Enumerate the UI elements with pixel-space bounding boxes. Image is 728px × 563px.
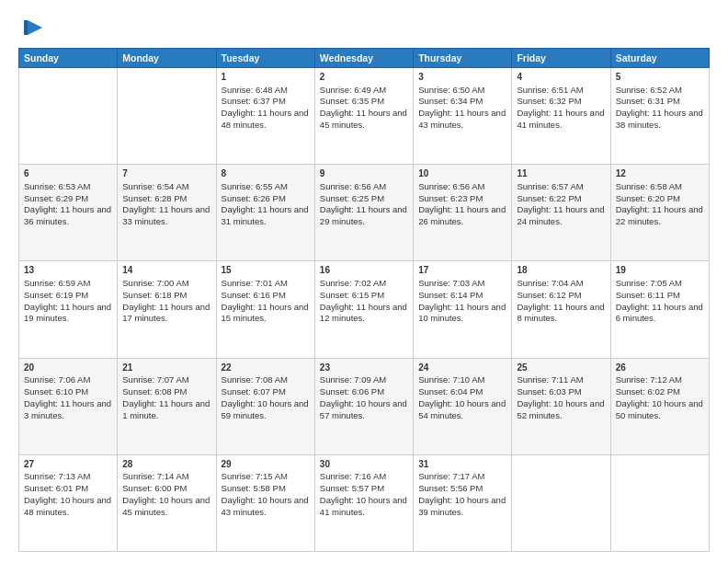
svg-marker-0 <box>28 20 42 35</box>
sunset-text: Sunset: 6:37 PM <box>222 96 286 106</box>
day-number: 1 <box>222 71 310 84</box>
logo <box>18 15 46 40</box>
day-number: 18 <box>517 264 605 277</box>
day-number: 7 <box>122 167 210 180</box>
day-number: 11 <box>517 167 605 180</box>
sunrise-text: Sunrise: 6:56 AM <box>418 181 484 191</box>
day-number: 3 <box>418 71 506 84</box>
sunrise-text: Sunrise: 6:56 AM <box>320 181 386 191</box>
calendar-week-row: 20Sunrise: 7:06 AMSunset: 6:10 PMDayligh… <box>19 358 710 454</box>
sunset-text: Sunset: 6:12 PM <box>517 290 581 300</box>
day-number: 21 <box>122 362 210 374</box>
sunrise-text: Sunrise: 6:50 AM <box>418 85 484 95</box>
table-row: 6Sunrise: 6:53 AMSunset: 6:29 PMDaylight… <box>19 165 118 261</box>
day-number: 27 <box>24 458 112 471</box>
sunrise-text: Sunrise: 7:03 AM <box>418 278 484 288</box>
table-row: 8Sunrise: 6:55 AMSunset: 6:26 PMDaylight… <box>216 165 314 261</box>
table-row: 7Sunrise: 6:54 AMSunset: 6:28 PMDaylight… <box>118 165 216 261</box>
table-row: 21Sunrise: 7:07 AMSunset: 6:08 PMDayligh… <box>118 358 216 454</box>
sunset-text: Sunset: 6:34 PM <box>418 96 483 106</box>
sunset-text: Sunset: 6:00 PM <box>122 483 187 493</box>
day-number: 19 <box>616 264 704 277</box>
sunset-text: Sunset: 6:15 PM <box>320 290 384 300</box>
daylight-text: Daylight: 11 hours and 3 minutes. <box>24 398 111 420</box>
sunrise-text: Sunrise: 7:02 AM <box>320 278 386 288</box>
sunrise-text: Sunrise: 7:01 AM <box>222 278 288 288</box>
daylight-text: Daylight: 10 hours and 41 minutes. <box>320 495 407 517</box>
table-row <box>610 454 709 551</box>
sunrise-text: Sunrise: 7:15 AM <box>222 471 288 481</box>
sunrise-text: Sunrise: 6:48 AM <box>222 85 288 95</box>
daylight-text: Daylight: 10 hours and 57 minutes. <box>320 398 407 420</box>
sunset-text: Sunset: 5:56 PM <box>418 483 483 493</box>
table-row: 10Sunrise: 6:56 AMSunset: 6:23 PMDayligh… <box>414 165 512 261</box>
daylight-text: Daylight: 11 hours and 31 minutes. <box>222 204 309 226</box>
table-row: 5Sunrise: 6:52 AMSunset: 6:31 PMDaylight… <box>610 68 709 165</box>
day-number: 24 <box>418 362 506 374</box>
col-sunday: Sunday <box>19 49 118 68</box>
table-row: 25Sunrise: 7:11 AMSunset: 6:03 PMDayligh… <box>512 358 610 454</box>
logo-icon <box>20 15 46 40</box>
table-row: 27Sunrise: 7:13 AMSunset: 6:01 PMDayligh… <box>19 454 118 551</box>
day-number: 10 <box>418 167 506 180</box>
sunrise-text: Sunrise: 7:09 AM <box>320 374 386 385</box>
table-row <box>512 454 610 551</box>
calendar-header-row: Sunday Monday Tuesday Wednesday Thursday… <box>19 49 710 68</box>
daylight-text: Daylight: 10 hours and 54 minutes. <box>418 398 506 420</box>
daylight-text: Daylight: 11 hours and 48 minutes. <box>222 108 309 130</box>
calendar-table: Sunday Monday Tuesday Wednesday Thursday… <box>18 48 710 552</box>
sunset-text: Sunset: 6:02 PM <box>616 386 680 396</box>
sunrise-text: Sunrise: 7:00 AM <box>122 278 188 288</box>
table-row: 19Sunrise: 7:05 AMSunset: 6:11 PMDayligh… <box>610 261 709 358</box>
calendar-week-row: 13Sunrise: 6:59 AMSunset: 6:19 PMDayligh… <box>19 261 710 358</box>
sunrise-text: Sunrise: 7:07 AM <box>122 374 188 385</box>
day-number: 26 <box>616 362 704 374</box>
daylight-text: Daylight: 11 hours and 33 minutes. <box>122 204 210 226</box>
table-row: 26Sunrise: 7:12 AMSunset: 6:02 PMDayligh… <box>610 358 709 454</box>
sunrise-text: Sunrise: 7:11 AM <box>517 374 583 385</box>
header <box>18 15 710 40</box>
day-number: 5 <box>616 71 704 84</box>
daylight-text: Daylight: 11 hours and 12 minutes. <box>320 302 407 324</box>
sunset-text: Sunset: 6:29 PM <box>24 193 88 203</box>
daylight-text: Daylight: 11 hours and 29 minutes. <box>320 204 407 226</box>
col-tuesday: Tuesday <box>216 49 314 68</box>
sunrise-text: Sunrise: 7:14 AM <box>122 471 188 481</box>
daylight-text: Daylight: 11 hours and 24 minutes. <box>517 204 604 226</box>
calendar-week-row: 27Sunrise: 7:13 AMSunset: 6:01 PMDayligh… <box>19 454 710 551</box>
table-row: 24Sunrise: 7:10 AMSunset: 6:04 PMDayligh… <box>414 358 512 454</box>
sunset-text: Sunset: 6:06 PM <box>320 386 384 396</box>
day-number: 28 <box>122 458 210 471</box>
day-number: 14 <box>122 264 210 277</box>
daylight-text: Daylight: 11 hours and 1 minute. <box>122 398 210 420</box>
daylight-text: Daylight: 11 hours and 19 minutes. <box>24 302 111 324</box>
table-row: 15Sunrise: 7:01 AMSunset: 6:16 PMDayligh… <box>216 261 314 358</box>
sunset-text: Sunset: 6:35 PM <box>320 96 384 106</box>
sunset-text: Sunset: 6:01 PM <box>24 483 88 493</box>
table-row: 3Sunrise: 6:50 AMSunset: 6:34 PMDaylight… <box>414 68 512 165</box>
table-row <box>118 68 216 165</box>
daylight-text: Daylight: 11 hours and 36 minutes. <box>24 204 111 226</box>
daylight-text: Daylight: 10 hours and 39 minutes. <box>418 495 506 517</box>
sunset-text: Sunset: 6:28 PM <box>122 193 187 203</box>
sunset-text: Sunset: 6:14 PM <box>418 290 483 300</box>
sunset-text: Sunset: 6:16 PM <box>222 290 286 300</box>
table-row: 20Sunrise: 7:06 AMSunset: 6:10 PMDayligh… <box>19 358 118 454</box>
day-number: 30 <box>320 458 408 471</box>
daylight-text: Daylight: 11 hours and 15 minutes. <box>222 302 309 324</box>
daylight-text: Daylight: 10 hours and 43 minutes. <box>222 495 309 517</box>
daylight-text: Daylight: 11 hours and 8 minutes. <box>517 302 604 324</box>
daylight-text: Daylight: 11 hours and 26 minutes. <box>418 204 506 226</box>
day-number: 22 <box>222 362 310 374</box>
col-friday: Friday <box>512 49 610 68</box>
day-number: 13 <box>24 264 112 277</box>
table-row: 14Sunrise: 7:00 AMSunset: 6:18 PMDayligh… <box>118 261 216 358</box>
sunset-text: Sunset: 6:19 PM <box>24 290 88 300</box>
daylight-text: Daylight: 11 hours and 6 minutes. <box>616 302 703 324</box>
table-row: 22Sunrise: 7:08 AMSunset: 6:07 PMDayligh… <box>216 358 314 454</box>
sunrise-text: Sunrise: 6:59 AM <box>24 278 90 288</box>
table-row: 17Sunrise: 7:03 AMSunset: 6:14 PMDayligh… <box>414 261 512 358</box>
calendar-week-row: 6Sunrise: 6:53 AMSunset: 6:29 PMDaylight… <box>19 165 710 261</box>
calendar-week-row: 1Sunrise: 6:48 AMSunset: 6:37 PMDaylight… <box>19 68 710 165</box>
sunset-text: Sunset: 6:25 PM <box>320 193 384 203</box>
